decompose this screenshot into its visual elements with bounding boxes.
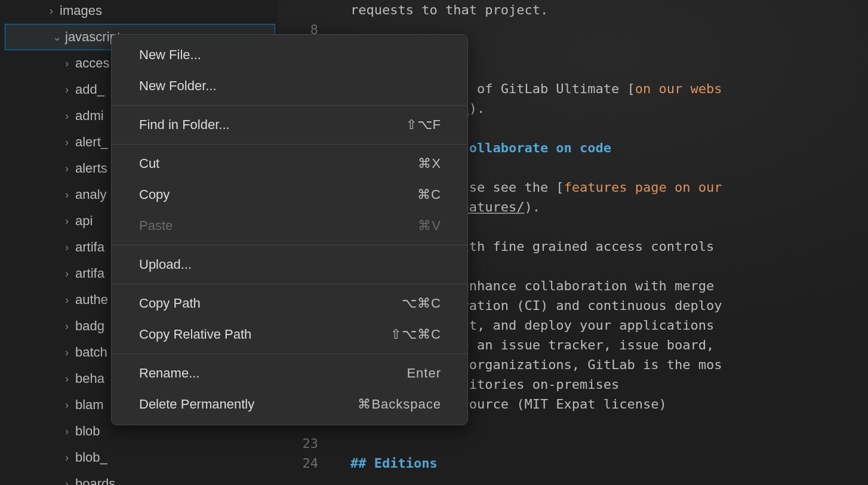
menu-item-copy[interactable]: Copy⌘C (112, 179, 467, 210)
tree-item-images[interactable]: ›images (0, 0, 278, 24)
menu-separator (112, 354, 467, 354)
chevron-right-icon: › (61, 320, 73, 333)
chevron-right-icon: › (61, 189, 73, 201)
tree-item-label: artifa (73, 266, 104, 281)
chevron-right-icon: › (61, 162, 73, 175)
menu-item-label: Copy Relative Path (139, 327, 251, 342)
menu-item-shortcut: ⇧⌥F (406, 117, 441, 133)
tree-item-label: authe (73, 292, 108, 308)
menu-item-label: Cut (139, 156, 159, 171)
line-number: 23 (278, 434, 318, 453)
menu-item-copy-path[interactable]: Copy Path⌥⌘C (112, 288, 467, 319)
menu-item-label: New File... (139, 47, 201, 63)
code-span: ). (469, 99, 485, 118)
tree-item-label: blam (73, 397, 104, 413)
chevron-right-icon: › (61, 346, 73, 359)
tree-item-label: beha (73, 371, 104, 386)
folder-context-menu: New File...New Folder...Find in Folder..… (111, 34, 468, 425)
code-line[interactable] (350, 434, 868, 453)
line-number: 24 (278, 453, 318, 473)
tree-item-label: artifa (73, 240, 104, 255)
menu-separator (112, 284, 467, 284)
chevron-down-icon: ⌄ (51, 30, 63, 44)
menu-item-label: Delete Permanently (139, 397, 254, 412)
menu-item-shortcut: ⌘C (417, 187, 441, 202)
code-span: ). (524, 197, 540, 217)
menu-item-label: Rename... (139, 366, 200, 381)
chevron-right-icon: › (61, 478, 73, 486)
menu-item-new-file[interactable]: New File... (112, 39, 467, 70)
menu-separator (112, 144, 467, 145)
chevron-right-icon: › (61, 110, 73, 122)
menu-item-delete-permanently[interactable]: Delete Permanently⌘Backspace (112, 389, 467, 420)
menu-item-shortcut: Enter (407, 366, 441, 381)
chevron-right-icon: › (61, 294, 73, 306)
menu-separator (112, 245, 467, 245)
menu-item-shortcut: ⌘V (418, 218, 441, 234)
menu-item-label: Find in Folder... (139, 117, 230, 133)
menu-item-copy-relative-path[interactable]: Copy Relative Path⇧⌥⌘C (112, 319, 467, 350)
chevron-right-icon: › (61, 57, 73, 70)
chevron-right-icon: › (61, 373, 73, 385)
code-span: on our webs (635, 79, 722, 99)
menu-item-cut[interactable]: Cut⌘X (112, 148, 467, 179)
chevron-right-icon: › (61, 215, 73, 228)
menu-item-shortcut: ⌘X (418, 156, 441, 171)
tree-item-label: api (73, 213, 93, 229)
chevron-right-icon: › (61, 452, 73, 464)
tree-item-label: alerts (73, 161, 107, 176)
line-number (278, 0, 318, 20)
tree-item-label: images (57, 3, 102, 19)
tree-item-label: alert_ (73, 134, 108, 150)
menu-separator (112, 105, 467, 106)
tree-item-label: batch (73, 345, 107, 360)
code-line[interactable]: ## Editions (350, 453, 868, 473)
menu-item-new-folder[interactable]: New Folder... (112, 70, 467, 102)
code-span: features page on our (564, 177, 722, 197)
tree-item-label: badg (73, 318, 104, 334)
code-span: ## Editions (350, 453, 438, 473)
menu-item-rename[interactable]: Rename...Enter (112, 358, 467, 389)
menu-item-find-in-folder[interactable]: Find in Folder...⇧⌥F (112, 109, 467, 140)
tree-item-label: boards (73, 476, 115, 485)
tree-item-label: acces (73, 56, 109, 71)
tree-item-boards[interactable]: ›boards (0, 471, 278, 485)
chevron-right-icon: › (45, 5, 57, 17)
tree-item-label: blob_ (73, 450, 107, 465)
menu-item-paste: Paste⌘V (112, 210, 467, 241)
chevron-right-icon: › (61, 399, 73, 412)
chevron-right-icon: › (61, 241, 73, 254)
chevron-right-icon: › (61, 136, 73, 149)
menu-item-label: New Folder... (139, 78, 217, 94)
tree-item-label: add_ (73, 82, 104, 97)
tree-item-label: analy (73, 187, 107, 202)
chevron-right-icon: › (61, 268, 73, 280)
code-line[interactable]: requests to that project. (350, 0, 868, 20)
menu-item-label: Upload... (139, 257, 192, 272)
menu-item-shortcut: ⌘Backspace (358, 397, 441, 412)
menu-item-label: Copy Path (139, 296, 201, 311)
chevron-right-icon: › (61, 425, 73, 438)
menu-item-upload[interactable]: Upload... (112, 249, 467, 280)
menu-item-label: Paste (139, 218, 173, 234)
tree-item-label: blob (73, 423, 100, 439)
menu-item-shortcut: ⇧⌥⌘C (390, 327, 441, 342)
menu-item-shortcut: ⌥⌘C (402, 296, 441, 311)
menu-item-label: Copy (139, 187, 170, 202)
code-span: requests to that project. (350, 0, 548, 20)
tree-item-label: admi (73, 108, 104, 124)
tree-item-blob_[interactable]: ›blob_ (0, 444, 278, 471)
chevron-right-icon: › (61, 84, 73, 96)
